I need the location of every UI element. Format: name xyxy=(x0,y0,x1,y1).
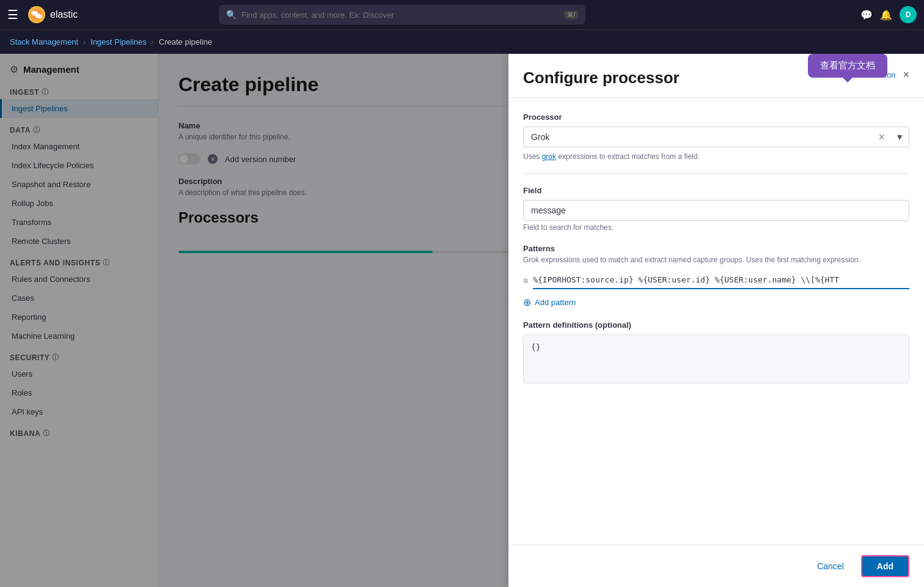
grok-link[interactable]: grok xyxy=(542,152,556,161)
processor-value: Grok xyxy=(524,127,873,147)
pattern-defs-label: Pattern definitions (optional) xyxy=(523,320,909,330)
search-input[interactable] xyxy=(241,10,564,20)
panel-title: Configure processor xyxy=(523,68,680,87)
panel-close-button[interactable]: × xyxy=(903,68,909,81)
pattern-input-1[interactable] xyxy=(533,271,909,289)
breadcrumb-stack-management[interactable]: Stack Management xyxy=(10,37,78,46)
search-kbd: ⌘/ xyxy=(564,11,578,19)
add-button[interactable]: Add xyxy=(861,555,909,577)
nav-right: 💬 🔔 D xyxy=(860,6,917,23)
add-pattern-button[interactable]: ⊕ Add pattern xyxy=(523,297,909,308)
logo: elastic xyxy=(28,6,78,23)
processor-clear-icon[interactable]: ✕ xyxy=(873,132,890,142)
patterns-hint: Grok expressions used to match and extra… xyxy=(523,256,909,264)
help-icon[interactable]: 💬 xyxy=(860,9,873,21)
breadcrumb: Stack Management › Ingest Pipelines › Cr… xyxy=(0,29,924,54)
global-search[interactable]: 🔍 ⌘/ xyxy=(219,5,585,24)
promo-bubble: 查看官方文档 xyxy=(808,54,887,78)
notification-icon[interactable]: 🔔 xyxy=(880,9,892,21)
panel-body: Processor Grok ✕ ▼ Uses grok expressions… xyxy=(508,98,924,545)
processor-field-label: Processor xyxy=(523,113,909,122)
add-pattern-icon: ⊕ xyxy=(523,297,531,308)
logo-text: elastic xyxy=(50,9,78,20)
breadcrumb-sep-1: › xyxy=(83,38,86,46)
pattern-row-1: ≡ xyxy=(523,271,909,289)
search-icon: 🔍 xyxy=(226,10,237,20)
cancel-button[interactable]: Cancel xyxy=(807,556,854,576)
breadcrumb-ingest-pipelines[interactable]: Ingest Pipelines xyxy=(90,37,147,46)
elastic-logo-icon xyxy=(28,6,45,23)
field-input[interactable] xyxy=(523,200,909,221)
svg-point-3 xyxy=(32,13,41,17)
processor-select[interactable]: Grok ✕ ▼ xyxy=(523,127,909,147)
pattern-defs-editor[interactable]: {} xyxy=(523,334,909,383)
panel-overlay: Configure processor 📄 Grok documentation… xyxy=(0,54,924,587)
drag-handle-icon[interactable]: ≡ xyxy=(523,276,528,286)
top-nav: ☰ elastic 🔍 ⌘/ 💬 🔔 D xyxy=(0,0,924,29)
panel-footer: Cancel Add xyxy=(508,545,924,587)
processor-dropdown-icon[interactable]: ▼ xyxy=(890,132,909,142)
panel-divider-1 xyxy=(523,173,909,174)
field-hint: Field to search for matches. xyxy=(523,223,909,232)
breadcrumb-create-pipeline: Create pipeline xyxy=(159,37,212,46)
processor-hint: Uses grok expressions to extract matches… xyxy=(523,152,909,161)
configure-processor-panel: Configure processor 📄 Grok documentation… xyxy=(508,54,924,587)
patterns-label: Patterns xyxy=(523,244,909,253)
avatar[interactable]: D xyxy=(900,6,917,23)
hamburger-menu[interactable]: ☰ xyxy=(7,7,18,22)
breadcrumb-sep-2: › xyxy=(152,38,154,46)
field-label: Field xyxy=(523,186,909,195)
